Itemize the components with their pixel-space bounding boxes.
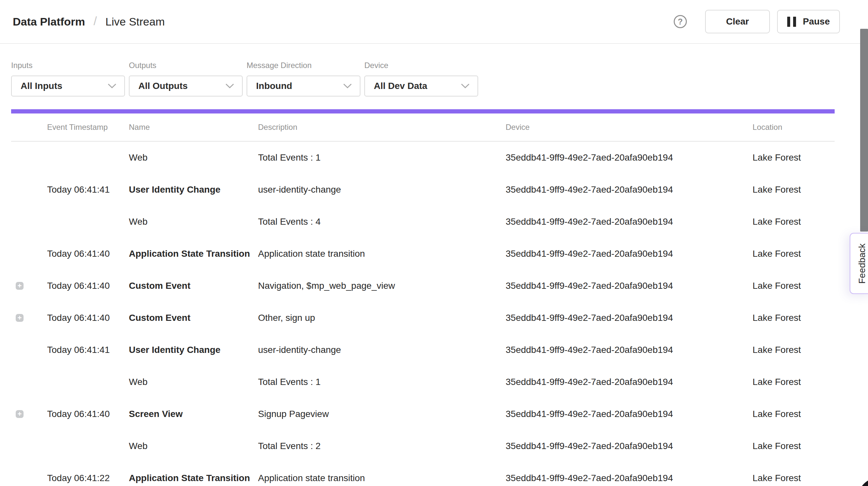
name-cell: Web — [129, 377, 258, 387]
column-header-device: Device — [506, 123, 752, 132]
breadcrumb-separator: / — [94, 14, 97, 28]
help-icon[interactable]: ? — [674, 15, 687, 28]
location-cell: Lake Forest — [752, 441, 835, 451]
name-cell: Application State Transition — [129, 248, 258, 259]
table-row[interactable]: + Today 06:41:40 Screen View Signup Page… — [11, 398, 835, 430]
table-row[interactable]: + Web Total Events : 1 35eddb41-9ff9-49e… — [11, 142, 835, 174]
table-row[interactable]: + Today 06:41:40 Application State Trans… — [11, 238, 835, 270]
pause-button-label: Pause — [803, 17, 830, 27]
device-cell: 35eddb41-9ff9-49e2-7aed-20afa90eb194 — [506, 152, 752, 163]
location-cell: Lake Forest — [752, 248, 835, 259]
feedback-tab[interactable]: Feedback — [850, 233, 868, 294]
device-cell: 35eddb41-9ff9-49e2-7aed-20afa90eb194 — [506, 473, 752, 483]
name-cell: Custom Event — [129, 313, 258, 323]
expand-button[interactable]: + — [16, 314, 24, 322]
location-cell: Lake Forest — [752, 152, 835, 163]
feedback-tab-label: Feedback — [857, 243, 867, 283]
chevron-down-icon — [343, 83, 352, 89]
expand-cell: + — [11, 250, 47, 258]
pause-icon — [787, 17, 796, 27]
description-cell: Navigation, $mp_web_page_view — [258, 281, 506, 291]
filter-group-device: Device All Dev Data — [364, 61, 478, 96]
pause-button[interactable]: Pause — [777, 10, 840, 33]
name-cell: User Identity Change — [129, 184, 258, 195]
table-row[interactable]: + Today 06:41:41 User Identity Change us… — [11, 174, 835, 206]
breadcrumb-page: Live Stream — [105, 16, 164, 28]
expand-button[interactable]: + — [16, 410, 24, 418]
name-cell: Custom Event — [129, 281, 258, 291]
location-cell: Lake Forest — [752, 216, 835, 227]
timestamp-cell: Today 06:41:22 — [47, 473, 129, 483]
column-header-event-timestamp: Event Timestamp — [47, 123, 129, 132]
name-cell: Screen View — [129, 409, 258, 419]
description-cell: Application state transition — [258, 248, 506, 259]
expand-cell: + — [11, 282, 47, 290]
expand-cell: + — [11, 186, 47, 193]
device-cell: 35eddb41-9ff9-49e2-7aed-20afa90eb194 — [506, 345, 752, 355]
filter-label-message-direction: Message Direction — [247, 61, 361, 70]
device-cell: 35eddb41-9ff9-49e2-7aed-20afa90eb194 — [506, 313, 752, 323]
table-row[interactable]: + Web Total Events : 2 35eddb41-9ff9-49e… — [11, 430, 835, 462]
device-cell: 35eddb41-9ff9-49e2-7aed-20afa90eb194 — [506, 216, 752, 227]
expand-cell: + — [11, 442, 47, 450]
column-header-description: Description — [258, 123, 506, 132]
scrollbar-thumb[interactable] — [860, 29, 868, 232]
table-row[interactable]: + Web Total Events : 4 35eddb41-9ff9-49e… — [11, 206, 835, 238]
device-cell: 35eddb41-9ff9-49e2-7aed-20afa90eb194 — [506, 281, 752, 291]
name-cell: Web — [129, 441, 258, 451]
filter-label-outputs: Outputs — [129, 61, 243, 70]
expand-cell: + — [11, 314, 47, 322]
name-cell: Application State Transition — [129, 473, 258, 483]
top-bar: Data Platform / Live Stream ? Clear Paus… — [0, 0, 868, 44]
name-cell: User Identity Change — [129, 345, 258, 355]
expand-cell: + — [11, 218, 47, 226]
location-cell: Lake Forest — [752, 184, 835, 195]
table-row[interactable]: + Today 06:41:40 Custom Event Navigation… — [11, 270, 835, 302]
description-cell: Signup Pageview — [258, 409, 506, 419]
timestamp-cell: Today 06:41:40 — [47, 248, 129, 259]
chevron-down-icon — [461, 83, 470, 89]
filter-label-device: Device — [364, 61, 478, 70]
filter-value-inputs: All Inputs — [21, 81, 62, 91]
accent-divider — [11, 109, 835, 114]
filter-select-outputs[interactable]: All Outputs — [129, 75, 243, 96]
filter-value-device: All Dev Data — [374, 81, 427, 91]
timestamp-cell: Today 06:41:41 — [47, 345, 129, 355]
filter-bar: Inputs All Inputs Outputs All Outputs Me… — [0, 44, 868, 96]
expand-cell: + — [11, 410, 47, 418]
device-cell: 35eddb41-9ff9-49e2-7aed-20afa90eb194 — [506, 248, 752, 259]
device-cell: 35eddb41-9ff9-49e2-7aed-20afa90eb194 — [506, 441, 752, 451]
description-cell: Total Events : 4 — [258, 216, 506, 227]
table-row[interactable]: + Today 06:41:41 User Identity Change us… — [11, 334, 835, 366]
expand-cell: + — [11, 346, 47, 354]
location-cell: Lake Forest — [752, 473, 835, 483]
expand-button[interactable]: + — [16, 282, 24, 290]
description-cell: Other, sign up — [258, 313, 506, 323]
top-actions: ? Clear Pause — [674, 10, 840, 33]
chat-bubble-icon[interactable] — [858, 478, 868, 486]
table-row[interactable]: + Today 06:41:40 Custom Event Other, sig… — [11, 302, 835, 334]
filter-select-inputs[interactable]: All Inputs — [11, 75, 125, 96]
name-cell: Web — [129, 152, 258, 163]
chevron-down-icon — [107, 83, 117, 89]
filter-group-inputs: Inputs All Inputs — [11, 61, 125, 96]
timestamp-cell: Today 06:41:40 — [47, 281, 129, 291]
location-cell: Lake Forest — [752, 345, 835, 355]
timestamp-cell: Today 06:41:41 — [47, 184, 129, 195]
table-row[interactable]: + Today 06:41:22 Application State Trans… — [11, 462, 835, 486]
breadcrumb-section[interactable]: Data Platform — [13, 16, 85, 28]
timestamp-cell: Today 06:41:40 — [47, 313, 129, 323]
timestamp-cell: Today 06:41:40 — [47, 409, 129, 419]
location-cell: Lake Forest — [752, 377, 835, 387]
filter-group-message-direction: Message Direction Inbound — [247, 61, 361, 96]
device-cell: 35eddb41-9ff9-49e2-7aed-20afa90eb194 — [506, 184, 752, 195]
filter-label-inputs: Inputs — [11, 61, 125, 70]
table-row[interactable]: + Web Total Events : 1 35eddb41-9ff9-49e… — [11, 366, 835, 398]
expand-cell: + — [11, 378, 47, 386]
filter-select-device[interactable]: All Dev Data — [364, 75, 478, 96]
clear-button[interactable]: Clear — [705, 10, 770, 33]
filter-select-message-direction[interactable]: Inbound — [247, 75, 361, 96]
event-table-body: + Web Total Events : 1 35eddb41-9ff9-49e… — [11, 142, 835, 486]
table-header: Event Timestamp Name Description Device … — [11, 114, 835, 142]
description-cell: user-identity-change — [258, 184, 506, 195]
